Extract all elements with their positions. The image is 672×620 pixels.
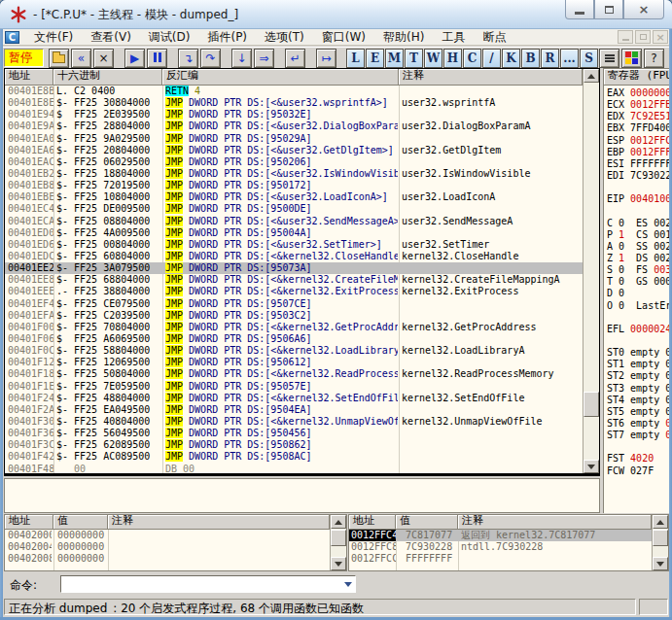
register-line[interactable] bbox=[604, 182, 672, 193]
disasm-row[interactable]: 00401EF4$- FF25 CE079500JMP DWORD PTR DS… bbox=[5, 298, 583, 310]
disasm-row[interactable]: 00401EE8$- FF25 68804000JMP DWORD PTR DS… bbox=[5, 274, 583, 286]
windows-list-button[interactable] bbox=[599, 49, 619, 68]
register-line[interactable] bbox=[604, 441, 672, 453]
disasm-row[interactable]: 00401EA6$- FF25 20804000JMP DWORD PTR DS… bbox=[5, 145, 583, 156]
register-line[interactable]: ST0 empty 0.0 bbox=[604, 347, 672, 359]
dump-row[interactable]: 0040200800000000 bbox=[5, 553, 330, 565]
cpu-child-icon[interactable]: C bbox=[5, 31, 19, 44]
register-line[interactable]: A 0 SS 0023 bbox=[604, 241, 672, 253]
run-button[interactable]: ▶ bbox=[124, 49, 145, 68]
restore-button[interactable] bbox=[594, 0, 623, 19]
register-line[interactable]: D 0 bbox=[604, 288, 672, 299]
register-line[interactable]: Z 1 DS 0023 bbox=[604, 253, 672, 264]
disasm-row[interactable]: 00401F2A$- FF25 EA049500JMP DWORD PTR DS… bbox=[5, 404, 583, 416]
register-line[interactable]: O 0 LastErr bbox=[604, 300, 672, 312]
register-line[interactable]: ST1 empty 0.0 bbox=[604, 359, 672, 370]
disasm-row[interactable]: 00401EA0$- FF25 9A029500JMP DWORD PTR DS… bbox=[5, 133, 583, 145]
go-to-address-button[interactable]: ↦ bbox=[316, 49, 336, 68]
disasm-row[interactable]: 00401F18$- FF25 50804000JMP DWORD PTR DS… bbox=[5, 368, 583, 380]
disasm-row[interactable]: 00401F48 00DB 00 bbox=[5, 464, 583, 474]
disasm-row[interactable]: 00401EB8$- FF25 72019500JMP DWORD PTR DS… bbox=[5, 180, 583, 191]
scroll-up-arrow-icon[interactable] bbox=[331, 515, 346, 529]
pane-shortcut-button-T[interactable]: T bbox=[405, 49, 423, 68]
register-line[interactable]: EAX 00000000 bbox=[604, 87, 672, 99]
register-line[interactable]: ESI FFFFFFFF bbox=[604, 158, 672, 170]
register-line[interactable]: ST3 empty 0.0 bbox=[604, 383, 672, 395]
pane-shortcut-button-R[interactable]: R bbox=[541, 49, 559, 68]
minimize-button[interactable] bbox=[565, 0, 594, 19]
register-line[interactable]: EIP 00401000 bbox=[604, 193, 672, 205]
stack-row[interactable]: 0012FFCCFFFFFFFF bbox=[349, 553, 652, 565]
scroll-up-arrow-icon[interactable] bbox=[653, 515, 668, 529]
pane-shortcut-button-M[interactable]: M bbox=[385, 49, 404, 68]
menu-item-6[interactable]: 窗口(W) bbox=[313, 29, 374, 46]
stack-row[interactable]: 0012FFC87C930228ntdll.7C930228 bbox=[349, 541, 652, 553]
register-line[interactable]: C 0 ES 0023 bbox=[604, 218, 672, 229]
stack-row[interactable]: 0012FFC47C817077返回到 kernel32.7C817077 bbox=[349, 530, 652, 541]
register-line[interactable]: ECX 0012FFB0 bbox=[604, 99, 672, 111]
disasm-row[interactable]: 00401E8E$- FF25 30804000JMP DWORD PTR DS… bbox=[5, 97, 583, 109]
register-line[interactable]: EFL 00000246 bbox=[604, 324, 672, 335]
pane-shortcut-button-W[interactable]: W bbox=[424, 49, 442, 68]
menu-item-1[interactable]: 文件(F) bbox=[25, 29, 82, 46]
menu-item-7[interactable]: 帮助(H) bbox=[374, 29, 433, 46]
disasm-row[interactable]: 00401EDC$- FF25 60804000JMP DWORD PTR DS… bbox=[5, 251, 583, 262]
register-line[interactable]: S 0 FS 003B bbox=[604, 264, 672, 276]
close-program-button[interactable]: × bbox=[93, 49, 114, 68]
register-line[interactable]: ST5 empty 0.0 bbox=[604, 406, 672, 418]
disasm-row[interactable]: 00401EEE.- FF25 38804000JMP DWORD PTR DS… bbox=[5, 286, 583, 297]
register-line[interactable]: ST6 empty 0 bbox=[604, 418, 672, 430]
menu-item-8[interactable]: 工具 bbox=[433, 29, 474, 46]
pane-shortcut-button-E[interactable]: E bbox=[366, 49, 384, 68]
dump-scrollbar[interactable] bbox=[330, 515, 346, 570]
disasm-row[interactable]: 00401EB2$- FF25 18804000JMP DWORD PTR DS… bbox=[5, 168, 583, 180]
pause-button[interactable] bbox=[147, 49, 167, 68]
register-line[interactable]: ESP 0012FFC4 bbox=[604, 135, 672, 147]
execute-till-return-button[interactable]: ↵ bbox=[285, 49, 305, 68]
scrollbar-thumb[interactable] bbox=[584, 392, 599, 417]
pane-shortcut-button-slash[interactable]: / bbox=[482, 49, 501, 68]
menu-item-4[interactable]: 插件(P) bbox=[198, 29, 256, 46]
scroll-down-arrow-icon[interactable] bbox=[331, 557, 346, 570]
titlebar[interactable]: - [*C.P.U* - 主线程 - 模块 - dumped_] × bbox=[0, 0, 672, 29]
scrollbar-thumb[interactable] bbox=[331, 530, 346, 546]
register-line[interactable] bbox=[604, 205, 672, 217]
disasm-row[interactable]: 00401F12$- FF25 12069500JMP DWORD PTR DS… bbox=[5, 357, 583, 368]
stack-scrollbar[interactable] bbox=[652, 515, 668, 570]
disasm-row[interactable]: 00401ED6$- FF25 00804000JMP DWORD PTR DS… bbox=[5, 239, 583, 251]
register-line[interactable]: EDX 7C92E514 bbox=[604, 111, 672, 122]
menu-item-2[interactable]: 查看(V) bbox=[82, 29, 140, 46]
disasm-row[interactable]: 00401ECA$- FF25 08804000JMP DWORD PTR DS… bbox=[5, 216, 583, 227]
registers-pane[interactable]: 寄存器 (FPU) EAX 00000000ECX 0012FFB0EDX 7C… bbox=[603, 68, 672, 513]
animate-over-button[interactable]: ⇒ bbox=[254, 49, 274, 68]
pane-shortcut-button-S[interactable]: S bbox=[580, 49, 598, 68]
register-line[interactable]: EDI 7C930228 bbox=[604, 170, 672, 182]
disasm-row[interactable]: 00401F06$ FF25 A6069500JMP DWORD PTR DS:… bbox=[5, 333, 583, 345]
menu-item-3[interactable]: 调试(D) bbox=[140, 29, 199, 46]
restart-button[interactable]: « bbox=[71, 49, 91, 68]
disasm-row[interactable]: 00401F00$- FF25 70804000JMP DWORD PTR DS… bbox=[5, 322, 583, 333]
menu-item-9[interactable]: 断点 bbox=[474, 29, 514, 46]
disasm-row[interactable]: 00401ED0$- FF25 4A009500JMP DWORD PTR DS… bbox=[5, 227, 583, 239]
open-file-button[interactable] bbox=[49, 49, 69, 68]
register-line[interactable]: ST4 empty 0.0 bbox=[604, 395, 672, 406]
disasm-row[interactable]: 00401F1E$- FF25 7E059500JMP DWORD PTR DS… bbox=[5, 381, 583, 393]
command-input[interactable] bbox=[60, 575, 356, 593]
disasm-row[interactable]: 00401EBE$- FF25 10804000JMP DWORD PTR DS… bbox=[5, 191, 583, 203]
register-line[interactable]: P 1 CS 001B bbox=[604, 229, 672, 241]
info-pane[interactable] bbox=[4, 478, 600, 513]
pane-shortcut-button-B[interactable]: B bbox=[521, 49, 540, 68]
disasm-row[interactable]: 00401E9A$- FF25 28804000JMP DWORD PTR DS… bbox=[5, 121, 583, 132]
help-button[interactable]: ? bbox=[644, 49, 664, 68]
register-line[interactable]: T 0 GS 0000 bbox=[604, 276, 672, 288]
disassembly-scrollbar[interactable] bbox=[583, 69, 599, 473]
disasm-row[interactable]: 00401F24$- FF25 48804000JMP DWORD PTR DS… bbox=[5, 393, 583, 404]
register-line[interactable]: FCW 027F bbox=[604, 465, 672, 477]
dropdown-arrow-icon[interactable] bbox=[344, 582, 352, 591]
register-line[interactable] bbox=[604, 312, 672, 324]
mdi-restore-button[interactable] bbox=[635, 30, 651, 44]
disasm-row[interactable]: 00401EC4$- FF25 DE009500JMP DWORD PTR DS… bbox=[5, 203, 583, 215]
disasm-row[interactable]: 00401EAC$- FF25 06029500JMP DWORD PTR DS… bbox=[5, 156, 583, 168]
scroll-down-arrow-icon[interactable] bbox=[653, 557, 668, 570]
appearance-button[interactable] bbox=[621, 49, 642, 68]
